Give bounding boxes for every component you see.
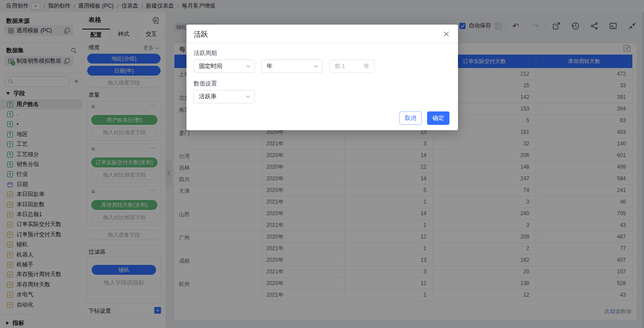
cancel-button[interactable]: 取消 (399, 111, 422, 125)
active-settings-dialog: 活跃 活跃周期 固定时间 年 前 1 年 数值设置 活跃率 取消 确定 (186, 25, 458, 130)
value-setting-label: 数值设置 (194, 80, 217, 88)
period-type-value: 固定时间 (199, 62, 222, 70)
period-value-text: 前 1 (335, 62, 345, 70)
confirm-button[interactable]: 确定 (427, 111, 449, 125)
chevron-down-icon (246, 65, 250, 68)
chevron-down-icon (246, 95, 250, 98)
metric-value: 活跃率 (199, 93, 216, 101)
chevron-down-icon (314, 65, 318, 68)
period-unit-select[interactable]: 年 (261, 60, 322, 73)
dialog-title: 活跃 (194, 30, 208, 39)
divider (186, 43, 458, 43)
period-unit-value: 年 (267, 62, 272, 70)
period-label: 活跃周期 (194, 49, 217, 57)
period-value-suffix: 年 (364, 62, 369, 70)
close-icon[interactable] (443, 30, 450, 38)
period-value-input[interactable]: 前 1 年 (330, 60, 374, 73)
metric-select[interactable]: 活跃率 (194, 90, 255, 103)
period-type-select[interactable]: 固定时间 (194, 60, 255, 73)
